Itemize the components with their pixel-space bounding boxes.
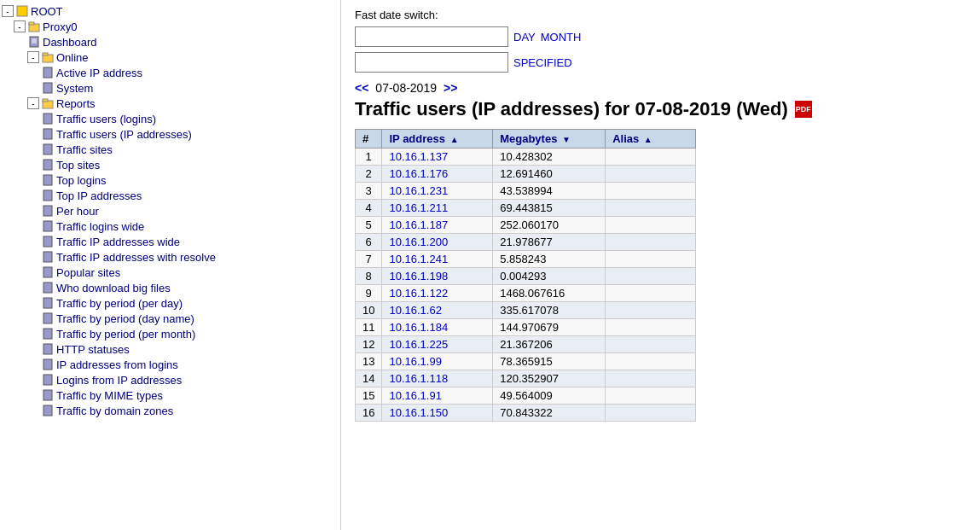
ip-link[interactable]: 10.16.1.241 <box>389 253 448 265</box>
report-link-13[interactable]: Traffic by period (day name) <box>56 312 194 325</box>
sidebar-item-who-download-big-files[interactable]: Who download big files <box>0 280 340 295</box>
sidebar-item-per-hour[interactable]: Per hour <box>0 203 340 218</box>
root-link[interactable]: ROOT <box>31 5 63 18</box>
specified-link[interactable]: SPECIFIED <box>513 56 572 69</box>
cell-ip[interactable]: 10.16.1.184 <box>382 319 493 336</box>
online-link[interactable]: Online <box>56 51 89 64</box>
report-link-8[interactable]: Traffic IP addresses wide <box>56 236 180 248</box>
cell-ip[interactable]: 10.16.1.122 <box>382 285 493 302</box>
sidebar-item-proxy[interactable]: - Proxy0 <box>0 19 340 34</box>
report-link-14[interactable]: Traffic by period (per month) <box>56 328 195 341</box>
sidebar-item-active-ip[interactable]: Active IP address <box>0 65 340 80</box>
sidebar-item-reports[interactable]: - Reports <box>0 96 340 111</box>
sidebar-item-traffic-ip-addresses-with-resolve[interactable]: Traffic IP addresses with resolve <box>0 249 340 265</box>
report-link-6[interactable]: Per hour <box>56 205 99 218</box>
sidebar-item-root[interactable]: - ROOT <box>0 3 340 19</box>
ip-link[interactable]: 10.16.1.150 <box>389 406 448 419</box>
sidebar-item-traffic-sites[interactable]: Traffic sites <box>0 142 340 157</box>
next-link[interactable]: >> <box>444 81 457 95</box>
col-alias-link[interactable]: Alias ▲ <box>612 132 652 145</box>
sidebar-item-http-statuses[interactable]: HTTP statuses <box>0 341 340 357</box>
cell-ip[interactable]: 10.16.1.118 <box>382 370 493 387</box>
ip-link[interactable]: 10.16.1.211 <box>389 201 448 214</box>
sidebar-item-traffic-by-domain-zones[interactable]: Traffic by domain zones <box>0 403 340 418</box>
ip-link[interactable]: 10.16.1.122 <box>389 287 448 300</box>
cell-ip[interactable]: 10.16.1.231 <box>382 183 493 200</box>
toggle-proxy[interactable]: - <box>14 20 26 32</box>
report-link-1[interactable]: Traffic users (IP addresses) <box>56 128 192 141</box>
proxy-link[interactable]: Proxy0 <box>43 20 77 33</box>
ip-link[interactable]: 10.16.1.91 <box>389 389 441 402</box>
ip-link[interactable]: 10.16.1.231 <box>389 184 448 197</box>
report-link-9[interactable]: Traffic IP addresses with resolve <box>56 251 216 264</box>
report-link-11[interactable]: Who download big files <box>56 282 171 294</box>
report-link-4[interactable]: Top logins <box>56 174 107 187</box>
ip-link[interactable]: 10.16.1.176 <box>389 167 448 180</box>
cell-ip[interactable]: 10.16.1.176 <box>382 166 493 183</box>
ip-link[interactable]: 10.16.1.62 <box>389 304 441 317</box>
toggle-reports[interactable]: - <box>27 97 39 109</box>
cell-ip[interactable]: 10.16.1.211 <box>382 200 493 217</box>
cell-ip[interactable]: 10.16.1.150 <box>382 405 493 422</box>
date-input-specified[interactable] <box>355 52 508 73</box>
cell-ip[interactable]: 10.16.1.200 <box>382 234 493 251</box>
report-link-10[interactable]: Popular sites <box>56 266 120 279</box>
sidebar-item-traffic-logins-wide[interactable]: Traffic logins wide <box>0 218 340 234</box>
report-link-12[interactable]: Traffic by period (per day) <box>56 297 183 310</box>
ip-link[interactable]: 10.16.1.200 <box>389 236 448 248</box>
sidebar-item-system[interactable]: System <box>0 80 340 96</box>
sidebar-item-logins-from-ip-addresses[interactable]: Logins from IP addresses <box>0 372 340 387</box>
report-link-15[interactable]: HTTP statuses <box>56 343 130 356</box>
sidebar-item-popular-sites[interactable]: Popular sites <box>0 265 340 280</box>
sidebar-item-top-logins[interactable]: Top logins <box>0 172 340 188</box>
report-link-3[interactable]: Top sites <box>56 159 100 172</box>
sidebar-item-traffic-ip-addresses-wide[interactable]: Traffic IP addresses wide <box>0 234 340 249</box>
date-input-top[interactable] <box>355 26 508 47</box>
dashboard-link[interactable]: Dashboard <box>43 36 97 49</box>
cell-ip[interactable]: 10.16.1.137 <box>382 149 493 166</box>
ip-link[interactable]: 10.16.1.99 <box>389 355 441 368</box>
sidebar-item-online[interactable]: - Online <box>0 50 340 65</box>
report-link-17[interactable]: Logins from IP addresses <box>56 374 182 387</box>
cell-ip[interactable]: 10.16.1.241 <box>382 251 493 268</box>
ip-link[interactable]: 10.16.1.198 <box>389 270 448 282</box>
ip-link[interactable]: 10.16.1.187 <box>389 218 448 231</box>
col-alias[interactable]: Alias ▲ <box>606 130 696 149</box>
toggle-root[interactable]: - <box>2 5 14 17</box>
sidebar-item-traffic-by-period-per-day[interactable]: Traffic by period (per day) <box>0 295 340 311</box>
cell-ip[interactable]: 10.16.1.99 <box>382 353 493 370</box>
col-num[interactable]: # <box>356 130 382 149</box>
report-link-18[interactable]: Traffic by MIME types <box>56 389 163 402</box>
col-mb-link[interactable]: Megabytes ▼ <box>500 132 571 145</box>
cell-ip[interactable]: 10.16.1.62 <box>382 302 493 319</box>
sidebar-item-top-ip-addresses[interactable]: Top IP addresses <box>0 188 340 203</box>
ip-link[interactable]: 10.16.1.137 <box>389 150 448 163</box>
ip-link[interactable]: 10.16.1.118 <box>389 372 448 385</box>
sidebar-item-traffic-users-logins[interactable]: Traffic users (logins) <box>0 111 340 126</box>
col-ip-link[interactable]: IP address ▲ <box>389 132 458 145</box>
sidebar-item-dashboard[interactable]: Dashboard <box>0 34 340 50</box>
report-link-2[interactable]: Traffic sites <box>56 143 113 156</box>
report-link-16[interactable]: IP addresses from logins <box>56 358 178 371</box>
ip-link[interactable]: 10.16.1.184 <box>389 321 448 334</box>
report-link-5[interactable]: Top IP addresses <box>56 189 142 202</box>
col-ip[interactable]: IP address ▲ <box>382 130 493 149</box>
sidebar-item-ip-addresses-from-logins[interactable]: IP addresses from logins <box>0 357 340 372</box>
sidebar-item-traffic-users-ip-addresses[interactable]: Traffic users (IP addresses) <box>0 126 340 142</box>
cell-ip[interactable]: 10.16.1.225 <box>382 336 493 353</box>
day-link[interactable]: DAY <box>513 31 536 44</box>
report-link-19[interactable]: Traffic by domain zones <box>56 405 173 417</box>
active-ip-link[interactable]: Active IP address <box>56 67 142 79</box>
pdf-icon[interactable]: PDF <box>795 101 812 118</box>
report-link-0[interactable]: Traffic users (logins) <box>56 113 156 125</box>
ip-link[interactable]: 10.16.1.225 <box>389 338 448 351</box>
sidebar-item-traffic-by-period-per-month[interactable]: Traffic by period (per month) <box>0 326 340 341</box>
toggle-online[interactable]: - <box>27 51 39 63</box>
cell-ip[interactable]: 10.16.1.198 <box>382 268 493 285</box>
system-link[interactable]: System <box>56 82 93 95</box>
sidebar-item-top-sites[interactable]: Top sites <box>0 157 340 172</box>
cell-ip[interactable]: 10.16.1.187 <box>382 217 493 234</box>
sidebar-item-traffic-by-mime-types[interactable]: Traffic by MIME types <box>0 387 340 403</box>
report-link-7[interactable]: Traffic logins wide <box>56 220 144 233</box>
sidebar-item-traffic-by-period-day-name[interactable]: Traffic by period (day name) <box>0 311 340 326</box>
